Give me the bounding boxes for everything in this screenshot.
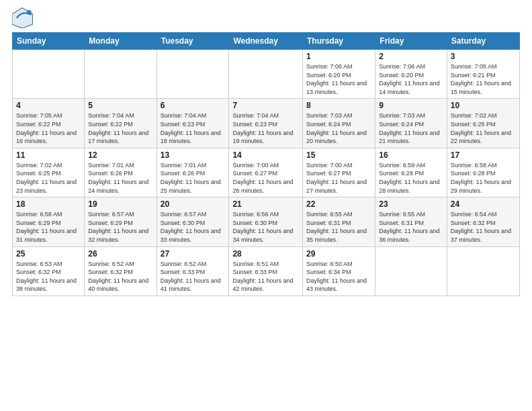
day-info: Sunrise: 6:50 AM Sunset: 6:34 PM Dayligh… (306, 260, 371, 293)
day-number: 17 (451, 150, 516, 160)
day-info: Sunrise: 7:03 AM Sunset: 6:24 PM Dayligh… (379, 111, 443, 145)
calendar-week-1: 1Sunrise: 7:06 AM Sunset: 6:20 PM Daylig… (13, 50, 520, 99)
calendar-cell: 8Sunrise: 7:03 AM Sunset: 6:24 PM Daylig… (303, 99, 375, 148)
day-number: 20 (161, 199, 226, 209)
calendar-cell: 3Sunrise: 7:05 AM Sunset: 6:21 PM Daylig… (447, 50, 519, 99)
calendar-cell: 23Sunrise: 6:55 AM Sunset: 6:31 PM Dayli… (375, 197, 447, 246)
calendar-cell: 2Sunrise: 7:06 AM Sunset: 6:20 PM Daylig… (375, 50, 447, 99)
day-info: Sunrise: 6:55 AM Sunset: 6:31 PM Dayligh… (306, 210, 371, 244)
day-info: Sunrise: 7:06 AM Sunset: 6:20 PM Dayligh… (379, 62, 443, 96)
day-number: 19 (88, 199, 152, 209)
day-number: 8 (306, 101, 371, 110)
day-number: 10 (451, 101, 516, 110)
logo (12, 7, 36, 28)
calendar-cell: 26Sunrise: 6:52 AM Sunset: 6:32 PM Dayli… (85, 246, 157, 295)
day-info: Sunrise: 7:04 AM Sunset: 6:23 PM Dayligh… (232, 111, 299, 145)
col-header-tuesday: Tuesday (157, 33, 229, 50)
logo-icon (12, 7, 34, 28)
calendar-cell: 1Sunrise: 7:06 AM Sunset: 6:20 PM Daylig… (303, 50, 375, 99)
calendar-cell: 22Sunrise: 6:55 AM Sunset: 6:31 PM Dayli… (303, 197, 375, 246)
day-number: 16 (379, 150, 443, 160)
day-info: Sunrise: 7:00 AM Sunset: 6:27 PM Dayligh… (306, 161, 371, 195)
calendar-cell (375, 246, 447, 295)
calendar-cell: 9Sunrise: 7:03 AM Sunset: 6:24 PM Daylig… (375, 99, 447, 148)
day-info: Sunrise: 7:02 AM Sunset: 6:25 PM Dayligh… (16, 161, 81, 195)
day-number: 1 (306, 52, 371, 61)
day-info: Sunrise: 6:52 AM Sunset: 6:33 PM Dayligh… (161, 260, 226, 293)
calendar-cell: 15Sunrise: 7:00 AM Sunset: 6:27 PM Dayli… (303, 148, 375, 197)
col-header-wednesday: Wednesday (229, 33, 303, 50)
page: SundayMondayTuesdayWednesdayThursdayFrid… (0, 0, 532, 411)
day-number: 2 (379, 52, 443, 61)
calendar-cell (157, 50, 229, 99)
calendar-cell: 19Sunrise: 6:57 AM Sunset: 6:29 PM Dayli… (85, 197, 157, 246)
day-number: 15 (306, 150, 371, 160)
col-header-sunday: Sunday (13, 33, 85, 50)
day-info: Sunrise: 7:00 AM Sunset: 6:27 PM Dayligh… (232, 161, 299, 195)
day-number: 29 (306, 249, 371, 259)
calendar-cell: 28Sunrise: 6:51 AM Sunset: 6:33 PM Dayli… (229, 246, 303, 295)
calendar-cell: 14Sunrise: 7:00 AM Sunset: 6:27 PM Dayli… (229, 148, 303, 197)
day-number: 9 (379, 101, 443, 110)
day-info: Sunrise: 6:55 AM Sunset: 6:31 PM Dayligh… (379, 210, 443, 244)
calendar-cell: 16Sunrise: 6:59 AM Sunset: 6:28 PM Dayli… (375, 148, 447, 197)
calendar-cell: 29Sunrise: 6:50 AM Sunset: 6:34 PM Dayli… (303, 246, 375, 295)
calendar-cell: 4Sunrise: 7:05 AM Sunset: 6:22 PM Daylig… (13, 99, 85, 148)
day-number: 7 (232, 101, 299, 110)
day-number: 12 (88, 150, 152, 160)
calendar-table: SundayMondayTuesdayWednesdayThursdayFrid… (12, 32, 520, 296)
col-header-saturday: Saturday (447, 33, 519, 50)
day-info: Sunrise: 6:59 AM Sunset: 6:28 PM Dayligh… (379, 161, 443, 195)
day-info: Sunrise: 7:05 AM Sunset: 6:22 PM Dayligh… (16, 111, 81, 145)
col-header-monday: Monday (85, 33, 157, 50)
calendar-cell (229, 50, 303, 99)
day-number: 22 (306, 199, 371, 209)
day-info: Sunrise: 7:04 AM Sunset: 6:22 PM Dayligh… (88, 111, 152, 145)
day-info: Sunrise: 6:57 AM Sunset: 6:29 PM Dayligh… (88, 210, 152, 244)
day-info: Sunrise: 6:57 AM Sunset: 6:30 PM Dayligh… (161, 210, 226, 244)
col-header-friday: Friday (375, 33, 447, 50)
day-number: 11 (16, 150, 81, 160)
day-number: 26 (88, 249, 152, 259)
svg-point-2 (27, 10, 32, 15)
day-info: Sunrise: 7:01 AM Sunset: 6:26 PM Dayligh… (88, 161, 152, 195)
day-number: 14 (232, 150, 299, 160)
calendar-cell: 17Sunrise: 6:58 AM Sunset: 6:28 PM Dayli… (447, 148, 519, 197)
day-info: Sunrise: 7:06 AM Sunset: 6:20 PM Dayligh… (306, 62, 371, 96)
day-number: 3 (451, 52, 516, 61)
calendar-week-3: 11Sunrise: 7:02 AM Sunset: 6:25 PM Dayli… (13, 148, 520, 197)
calendar-cell: 11Sunrise: 7:02 AM Sunset: 6:25 PM Dayli… (13, 148, 85, 197)
calendar-cell (447, 246, 519, 295)
day-number: 28 (232, 249, 299, 259)
day-number: 24 (451, 199, 516, 209)
col-header-thursday: Thursday (303, 33, 375, 50)
day-info: Sunrise: 7:05 AM Sunset: 6:21 PM Dayligh… (451, 62, 516, 96)
day-number: 13 (161, 150, 226, 160)
calendar-header-row: SundayMondayTuesdayWednesdayThursdayFrid… (13, 33, 520, 50)
calendar-week-2: 4Sunrise: 7:05 AM Sunset: 6:22 PM Daylig… (13, 99, 520, 148)
day-number: 21 (232, 199, 299, 209)
calendar-cell: 7Sunrise: 7:04 AM Sunset: 6:23 PM Daylig… (229, 99, 303, 148)
calendar-cell: 21Sunrise: 6:56 AM Sunset: 6:30 PM Dayli… (229, 197, 303, 246)
day-number: 18 (16, 199, 81, 209)
day-info: Sunrise: 6:51 AM Sunset: 6:33 PM Dayligh… (232, 260, 299, 293)
calendar-cell: 20Sunrise: 6:57 AM Sunset: 6:30 PM Dayli… (157, 197, 229, 246)
calendar-cell: 25Sunrise: 6:53 AM Sunset: 6:32 PM Dayli… (13, 246, 85, 295)
day-info: Sunrise: 6:56 AM Sunset: 6:30 PM Dayligh… (232, 210, 299, 244)
day-number: 4 (16, 101, 81, 110)
day-info: Sunrise: 6:58 AM Sunset: 6:28 PM Dayligh… (451, 161, 516, 195)
header (12, 7, 520, 28)
day-info: Sunrise: 6:54 AM Sunset: 6:32 PM Dayligh… (451, 210, 516, 244)
calendar-cell: 6Sunrise: 7:04 AM Sunset: 6:23 PM Daylig… (157, 99, 229, 148)
calendar-cell: 27Sunrise: 6:52 AM Sunset: 6:33 PM Dayli… (157, 246, 229, 295)
calendar-cell: 24Sunrise: 6:54 AM Sunset: 6:32 PM Dayli… (447, 197, 519, 246)
calendar-cell: 12Sunrise: 7:01 AM Sunset: 6:26 PM Dayli… (85, 148, 157, 197)
day-number: 6 (161, 101, 226, 110)
calendar-cell: 13Sunrise: 7:01 AM Sunset: 6:26 PM Dayli… (157, 148, 229, 197)
calendar-cell (13, 50, 85, 99)
calendar-week-5: 25Sunrise: 6:53 AM Sunset: 6:32 PM Dayli… (13, 246, 520, 295)
day-number: 5 (88, 101, 152, 110)
day-number: 27 (161, 249, 226, 259)
day-info: Sunrise: 6:52 AM Sunset: 6:32 PM Dayligh… (88, 260, 152, 293)
day-info: Sunrise: 7:03 AM Sunset: 6:24 PM Dayligh… (306, 111, 371, 145)
